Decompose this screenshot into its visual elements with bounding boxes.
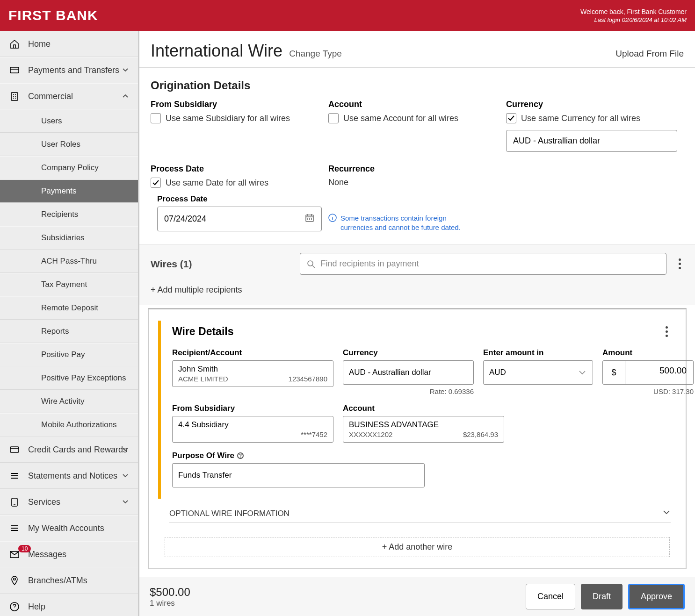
sidebar-item-remote-deposit[interactable]: Remote Deposit: [0, 296, 138, 320]
currency-value: AUD - Australlian dollar: [513, 136, 600, 146]
sublabel: Branches/ATMs: [28, 576, 130, 586]
sidebar-item-payments[interactable]: Payments: [0, 179, 138, 203]
recipient-name: John Smith: [178, 365, 327, 374]
wire-account-label: Account: [343, 404, 593, 413]
sidebar-item-commercial[interactable]: Commercial: [0, 83, 138, 109]
cancel-button[interactable]: Cancel: [526, 584, 575, 609]
sidebar-item-user-roles[interactable]: User Roles: [0, 133, 138, 156]
page-title-row: International Wire Change Type Upload Fr…: [139, 31, 695, 68]
sublabel: My Wealth Accounts: [28, 523, 130, 533]
wire-currency-value: AUD - Australlian dollar: [349, 368, 431, 377]
sidebar-item-recipients[interactable]: Recipients: [0, 203, 138, 226]
sidebar-item-payments-transfers[interactable]: Payments and Transfers: [0, 57, 138, 83]
wire-from-sub-select[interactable]: 4.4 Subsidiary ****7452: [172, 416, 333, 443]
info-icon: [328, 214, 337, 222]
svg-point-5: [14, 578, 15, 580]
sidebar-item-subsidiaries[interactable]: Subsidiaries: [0, 226, 138, 250]
sublabel: Messages: [28, 550, 130, 559]
same-date-checkbox-row[interactable]: Use same Date for all wires: [151, 178, 322, 188]
footer-bar: $500.00 1 wires Cancel Draft Approve: [139, 577, 695, 616]
sublabel: Positive Pay: [41, 350, 130, 359]
add-multiple-recipients-link[interactable]: + Add multiple recipients: [139, 279, 695, 305]
amount-in-select[interactable]: AUD: [483, 360, 593, 385]
from-sub-name: 4.4 Subsidiary: [178, 420, 327, 430]
amount-input[interactable]: $ 500.00: [602, 360, 694, 385]
help-icon[interactable]: ?: [237, 452, 244, 459]
messages-badge: 10: [18, 545, 31, 552]
wire-account-select[interactable]: BUSINESS ADVANTAGE XXXXXX1202$23,864.93: [343, 416, 504, 443]
svg-rect-0: [10, 67, 19, 73]
list-icon: [8, 522, 21, 534]
wire-currency-select[interactable]: AUD - Australlian dollar: [343, 360, 474, 385]
sidebar-item-wire-activity[interactable]: Wire Activity: [0, 390, 138, 413]
recipient-account-num: 1234567890: [289, 375, 327, 383]
usd-equivalent-text: USD: 317.30: [602, 387, 694, 395]
sublabel: Company Policy: [41, 163, 130, 172]
same-account-checkbox-row[interactable]: Use same Account for all wires: [328, 113, 500, 123]
currency-select[interactable]: AUD - Australlian dollar: [506, 130, 677, 152]
sublabel: Remote Deposit: [41, 303, 130, 313]
sidebar-item-services[interactable]: Services: [0, 489, 138, 515]
process-date-input[interactable]: 07/24/2024: [157, 207, 322, 231]
chk-label: Use same Currency for all wires: [521, 114, 640, 123]
sidebar-item-statements[interactable]: Statements and Notices: [0, 463, 138, 489]
sidebar-item-help[interactable]: Help: [0, 594, 138, 616]
sidebar-label-home: Home: [28, 39, 130, 49]
sublabel: Positive Pay Exceptions: [41, 373, 130, 383]
recipient-search-input[interactable]: Find recipients in payment: [300, 253, 666, 275]
recipient-label: Recipient/Account: [172, 348, 333, 358]
from-sub-mask: ****7452: [301, 430, 327, 438]
process-date-label: Process Date: [151, 164, 322, 174]
recurrence-label: Recurrence: [328, 164, 500, 174]
wire-more-menu[interactable]: [663, 323, 671, 340]
sidebar-item-reports[interactable]: Reports: [0, 320, 138, 343]
chk-label: Use same Date for all wires: [166, 178, 268, 188]
sublabel: Help: [28, 602, 130, 612]
bank-logo: FIRST BANK: [8, 7, 98, 23]
sidebar-item-tax-payment[interactable]: Tax Payment: [0, 273, 138, 296]
recipient-select[interactable]: John Smith ACME LIMITED1234567890: [172, 360, 333, 387]
search-placeholder-text: Find recipients in payment: [321, 259, 419, 269]
sidebar-item-users[interactable]: Users: [0, 109, 138, 133]
amount-symbol: $: [603, 361, 625, 384]
sidebar-item-positive-pay-exc[interactable]: Positive Pay Exceptions: [0, 366, 138, 390]
purpose-input[interactable]: Funds Transfer: [172, 463, 425, 487]
sidebar-item-ach-pass[interactable]: ACH Pass-Thru: [0, 250, 138, 273]
optional-wire-info-toggle[interactable]: OPTIONAL WIRE INFORMATION: [169, 508, 671, 523]
info-text: Some transactions contain foreign curren…: [340, 214, 476, 232]
building-icon: [8, 90, 21, 102]
sublabel: Tax Payment: [41, 280, 130, 289]
optional-label: OPTIONAL WIRE INFORMATION: [169, 509, 290, 518]
header-user-info: Welcome back, First Bank Customer Last l…: [580, 8, 687, 23]
change-type-link[interactable]: Change Type: [289, 49, 342, 59]
checkbox-unchecked-icon: [328, 113, 339, 123]
wire-from-sub-label: From Subsidiary: [172, 404, 333, 413]
same-subsidiary-checkbox-row[interactable]: Use same Subsidiary for all wires: [151, 113, 322, 123]
amount-in-value: AUD: [489, 368, 506, 377]
process-date-sublabel: Process Date: [157, 194, 322, 204]
upload-from-file-link[interactable]: Upload From File: [615, 49, 684, 59]
add-another-wire-button[interactable]: + Add another wire: [165, 537, 670, 557]
sidebar-item-company-policy[interactable]: Company Policy: [0, 156, 138, 179]
sidebar-item-positive-pay[interactable]: Positive Pay: [0, 343, 138, 366]
home-icon: [8, 38, 21, 50]
sidebar-item-mobile-auth[interactable]: Mobile Authorizations: [0, 413, 138, 437]
sidebar-item-messages[interactable]: 10 Messages: [0, 541, 138, 567]
chk-label: Use same Account for all wires: [343, 114, 458, 123]
sidebar-item-credit-cards[interactable]: Credit Cards and Rewards: [0, 437, 138, 463]
origination-section-heading: Origination Details: [139, 68, 695, 97]
draft-button[interactable]: Draft: [581, 584, 623, 609]
chevron-down-icon: [119, 496, 131, 508]
wires-count: 1 wires: [150, 599, 190, 608]
approve-button[interactable]: Approve: [628, 584, 685, 609]
exchange-rate-text: Rate: 0.69336: [343, 387, 474, 395]
sidebar-item-branches[interactable]: Branches/ATMs: [0, 567, 138, 594]
sidebar-item-home[interactable]: Home: [0, 31, 138, 57]
chevron-up-icon: [119, 90, 131, 102]
wires-more-menu[interactable]: [676, 256, 684, 272]
sidebar-item-wealth[interactable]: My Wealth Accounts: [0, 515, 138, 541]
sublabel: Recipients: [41, 210, 130, 219]
same-currency-checkbox-row[interactable]: Use same Currency for all wires: [506, 113, 677, 123]
sidebar-label-commercial: Commercial: [28, 92, 130, 101]
device-icon: [8, 496, 21, 508]
